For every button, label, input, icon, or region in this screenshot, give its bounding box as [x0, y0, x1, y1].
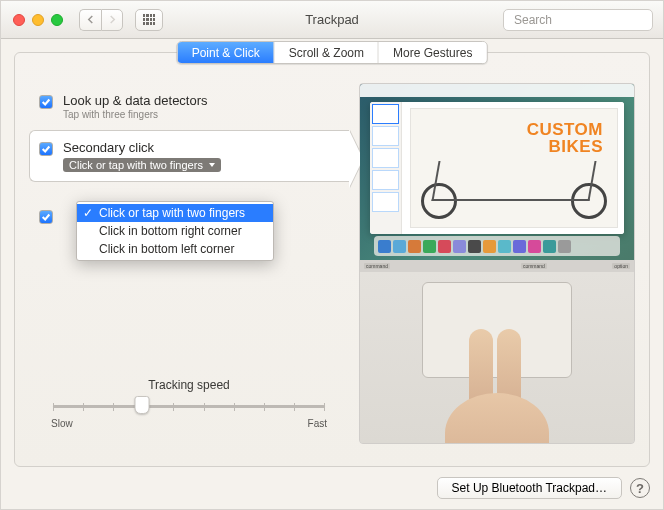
preview-thumb: [372, 148, 399, 168]
main-panel: Point & Click Scroll & Zoom More Gesture…: [14, 52, 650, 467]
gesture-preview: CUSTOMBIKES command: [359, 83, 635, 444]
option-lookup[interactable]: Look up & data detectors Tap with three …: [29, 83, 349, 130]
setup-bluetooth-button[interactable]: Set Up Bluetooth Trackpad…: [437, 477, 622, 499]
toolbar: Trackpad: [1, 1, 663, 39]
preview-menubar: [360, 84, 634, 97]
slider-max-label: Fast: [308, 418, 327, 429]
show-all-button[interactable]: [135, 9, 163, 31]
key-option: option: [612, 263, 630, 269]
slider-min-label: Slow: [51, 418, 73, 429]
preview-page: CUSTOMBIKES: [410, 108, 618, 228]
preview-keyboard: command command option: [360, 260, 634, 272]
window-title: Trackpad: [305, 12, 359, 27]
option-title: Secondary click: [63, 140, 221, 155]
key-command: command: [521, 263, 547, 269]
option-text: Secondary click Click or tap with two fi…: [63, 140, 221, 172]
option-text: Look up & data detectors Tap with three …: [63, 93, 208, 120]
menu-item-bottom-right[interactable]: Click in bottom right corner: [77, 222, 273, 240]
menu-item-bottom-left[interactable]: Click in bottom left corner: [77, 240, 273, 258]
slider-labels: Slow Fast: [51, 418, 327, 429]
tab-point-click[interactable]: Point & Click: [178, 42, 275, 63]
preview-app-window: CUSTOMBIKES: [370, 102, 624, 234]
menu-item-two-fingers[interactable]: Click or tap with two fingers: [77, 204, 273, 222]
preview-thumb: [372, 192, 399, 212]
options-column: Look up & data detectors Tap with three …: [29, 83, 349, 452]
tracking-speed-slider[interactable]: Slow Fast: [41, 398, 337, 428]
preview-dock: [374, 236, 620, 256]
tab-more-gestures[interactable]: More Gestures: [379, 42, 486, 63]
preview-canvas: CUSTOMBIKES: [402, 102, 624, 234]
close-window-button[interactable]: [13, 14, 25, 26]
tab-scroll-zoom[interactable]: Scroll & Zoom: [275, 42, 379, 63]
preview-thumb: [372, 104, 399, 124]
checkbox-tap[interactable]: [39, 210, 53, 224]
minimize-window-button[interactable]: [32, 14, 44, 26]
chevron-left-icon: [86, 15, 95, 24]
preview-column: CUSTOMBIKES command: [359, 83, 635, 452]
preview-thumb: [372, 170, 399, 190]
option-title: Look up & data detectors: [63, 93, 208, 108]
check-icon: [41, 97, 51, 107]
preview-thumb: [372, 126, 399, 146]
hand-illustration-icon: [445, 335, 549, 443]
check-icon: [41, 212, 51, 222]
checkbox-secondary[interactable]: [39, 142, 53, 156]
slider-label: Tracking speed: [41, 378, 337, 392]
grid-icon: [143, 14, 155, 26]
back-button[interactable]: [79, 9, 101, 31]
window-controls: [13, 14, 63, 26]
preview-trackpad-area: [360, 272, 634, 443]
preferences-window: Trackpad Point & Click Scroll & Zoom Mor…: [0, 0, 664, 510]
preview-screen: CUSTOMBIKES: [360, 84, 634, 260]
nav-buttons: [79, 9, 123, 31]
secondary-click-dropdown[interactable]: Click or tap with two fingers: [63, 158, 221, 172]
slider-ticks: [53, 403, 325, 411]
bike-illustration-icon: [421, 161, 607, 219]
content: Look up & data detectors Tap with three …: [15, 53, 649, 466]
search-field[interactable]: [503, 9, 653, 31]
option-secondary-click[interactable]: Secondary click Click or tap with two fi…: [29, 130, 349, 182]
zoom-window-button[interactable]: [51, 14, 63, 26]
tab-bar: Point & Click Scroll & Zoom More Gesture…: [177, 41, 488, 64]
slider-thumb[interactable]: [134, 396, 149, 414]
help-button[interactable]: ?: [630, 478, 650, 498]
search-input[interactable]: [514, 13, 664, 27]
key-command: command: [364, 263, 390, 269]
tracking-speed-group: Tracking speed Slow Fast: [29, 378, 349, 428]
checkbox-lookup[interactable]: [39, 95, 53, 109]
chevron-right-icon: [108, 15, 117, 24]
secondary-click-menu: Click or tap with two fingers Click in b…: [76, 201, 274, 261]
preview-headline: CUSTOMBIKES: [425, 121, 603, 155]
forward-button[interactable]: [101, 9, 123, 31]
footer: Set Up Bluetooth Trackpad… ?: [1, 467, 663, 509]
preview-sidebar: [370, 102, 402, 234]
check-icon: [41, 144, 51, 154]
option-subtitle: Tap with three fingers: [63, 109, 208, 120]
